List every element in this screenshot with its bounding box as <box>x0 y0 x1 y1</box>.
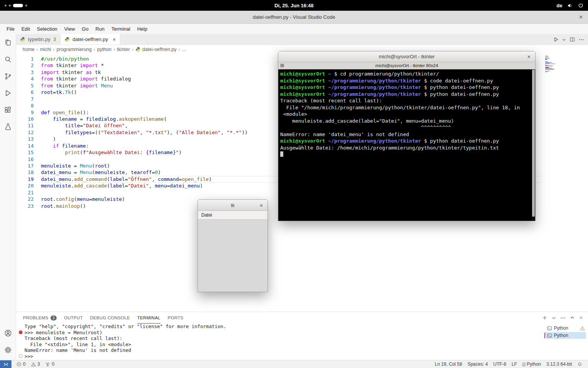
menubar-item-run[interactable]: Run <box>92 24 108 34</box>
tk-menu-datei[interactable]: Datei <box>198 212 216 218</box>
code-line: def open_file(): <box>41 109 248 116</box>
window-menu-icon[interactable]: ⊞ <box>280 63 284 68</box>
xterm-screen[interactable]: michi@sysvorOrt ~ $ cd programmierung/py… <box>278 69 535 221</box>
minimap-bar <box>545 71 550 71</box>
breadcrumb-home[interactable]: home <box>23 47 34 52</box>
window-titlebar: datei-oeffnen.py - Visual Studio Code × <box>0 11 588 24</box>
terminal-text: ^^^^^^^^^^ <box>280 125 451 130</box>
breadcrumb-tkinter[interactable]: tkinter <box>117 47 130 52</box>
menubar-item-help[interactable]: Help <box>134 24 151 34</box>
explorer-button[interactable] <box>0 34 16 51</box>
more-button[interactable] <box>560 315 566 321</box>
keyboard-layout-indicator[interactable]: de <box>557 3 562 8</box>
plus-button[interactable] <box>542 315 547 320</box>
terminal-line: Ausgewählte Datei: /home/michi/programmi… <box>280 145 535 151</box>
extensions-button[interactable] <box>0 102 16 118</box>
terminal-line: michi@sysvorOrt ~/programmierung/python/… <box>280 91 535 98</box>
panel-tab-ports[interactable]: PORTS <box>168 312 183 324</box>
panel-tab-debug-console[interactable]: DEBUG CONSOLE <box>90 312 130 324</box>
status-text: 3 <box>38 361 40 367</box>
xterm-scrollbar[interactable] <box>532 69 535 221</box>
code-token: def <box>41 110 50 115</box>
code-token: "Alle Dateien" <box>179 130 221 135</box>
run-button[interactable] <box>553 37 559 42</box>
code-token: print <box>65 150 80 155</box>
breadcrumb-datei-oeffnen-py[interactable]: datei-oeffnen.py <box>136 47 176 52</box>
menubar-item-file[interactable]: File <box>3 24 18 34</box>
integrated-terminal[interactable]: Type "help", "copyright", "credits" or "… <box>16 324 544 360</box>
settings-icon <box>4 346 12 354</box>
encoding[interactable]: UTF-8 <box>491 360 509 368</box>
panel-tab-terminal[interactable]: TERMINAL <box>137 312 161 324</box>
panel-tab-problems[interactable]: PROBLEMS3 <box>23 312 57 324</box>
more-icon <box>578 37 584 43</box>
volume-icon[interactable] <box>567 3 573 8</box>
menubar-item-edit[interactable]: Edit <box>18 24 33 34</box>
tk-window-body <box>198 220 268 292</box>
terminal-text: $ python datei-oeffnen.py <box>421 84 499 90</box>
language-mode[interactable]: { }Python <box>520 360 544 368</box>
xterm-close-button[interactable]: × <box>527 51 531 62</box>
xterm-titlebar[interactable]: michi@sysvorOrt - tkinter × <box>278 51 535 62</box>
more-icon <box>560 315 566 321</box>
code-token: if <box>53 143 59 149</box>
error-icon <box>16 362 21 367</box>
cursor-position[interactable]: Ln 19, Col 58 <box>432 360 465 368</box>
run-debug-button[interactable] <box>0 85 16 102</box>
menubar-item-terminal[interactable]: Terminal <box>108 24 134 34</box>
problems-errors[interactable]: 0 <box>14 360 28 368</box>
window-close-button[interactable]: × <box>579 14 583 21</box>
code-token: mainloop <box>56 203 80 209</box>
line-number: 11 <box>16 122 34 129</box>
settings-button[interactable] <box>0 342 16 358</box>
chevron-up-button[interactable] <box>570 315 575 320</box>
tab-datei-oeffnen-py[interactable]: datei-oeffnen.py× <box>60 34 120 44</box>
tab-typeitin-py[interactable]: typeitin.py3 <box>16 34 60 44</box>
source-control-button[interactable] <box>0 68 16 85</box>
forwarded-ports[interactable]: 0 <box>42 360 57 368</box>
remote-indicator[interactable] <box>0 360 11 368</box>
breadcrumb-label: home <box>23 47 34 52</box>
panel-tab-output[interactable]: OUTPUT <box>64 312 83 324</box>
terminal-text: <module> <box>280 111 307 117</box>
extensions-icon <box>4 106 12 114</box>
testing-button[interactable] <box>0 118 16 135</box>
tk-close-button[interactable]: × <box>260 200 263 210</box>
line-number: 22 <box>16 196 34 202</box>
close-button[interactable] <box>579 315 583 320</box>
system-clock[interactable]: Di, 25. Jun 16:48 <box>0 0 588 11</box>
menubar-item-view[interactable]: View <box>61 24 78 34</box>
breadcrumb-michi[interactable]: michi <box>40 47 51 52</box>
problems-warnings[interactable]: 3 <box>28 360 43 368</box>
terminal-tab-python[interactable]: Python <box>544 332 586 339</box>
search-button[interactable] <box>0 51 16 68</box>
terminal-text: menuleiste.add_cascade(label="Datei", me… <box>280 118 454 124</box>
breadcrumb-[interactable]: ... <box>182 47 186 52</box>
notifications-bell[interactable] <box>575 360 585 368</box>
breadcrumb-python[interactable]: python <box>97 47 112 52</box>
more-button[interactable] <box>578 37 584 43</box>
terminal-tab-python[interactable]: Python <box>544 325 586 332</box>
eol[interactable]: LF <box>509 360 520 368</box>
menubar-item-go[interactable]: Go <box>78 24 92 34</box>
account-button[interactable] <box>0 325 16 342</box>
menubar-item-selection[interactable]: Selection <box>33 24 60 34</box>
chevron-down-icon <box>552 316 556 320</box>
code-token: datei_menu <box>170 183 200 189</box>
power-icon[interactable] <box>578 3 583 8</box>
tab-close-button[interactable]: × <box>113 36 116 43</box>
indentation[interactable]: Spaces: 4 <box>465 360 490 368</box>
code-token: () <box>80 203 86 209</box>
minimap[interactable] <box>545 56 556 72</box>
python-interpreter[interactable]: 3.12.3 64-bit <box>544 360 575 368</box>
tk-titlebar[interactable]: tk × <box>198 200 268 211</box>
line-number: 21 <box>16 189 34 196</box>
chevron-down-button[interactable] <box>552 316 556 320</box>
split-editor-button[interactable] <box>570 37 575 42</box>
xterm-scrollbar-thumb[interactable] <box>532 70 535 217</box>
code-token: add_cascade <box>74 183 107 189</box>
breadcrumb-programmierung[interactable]: programmierung <box>57 47 92 52</box>
code-token: ( <box>74 196 77 202</box>
status-text: Spaces: 4 <box>467 361 488 367</box>
chevron-down-button[interactable] <box>562 38 566 42</box>
